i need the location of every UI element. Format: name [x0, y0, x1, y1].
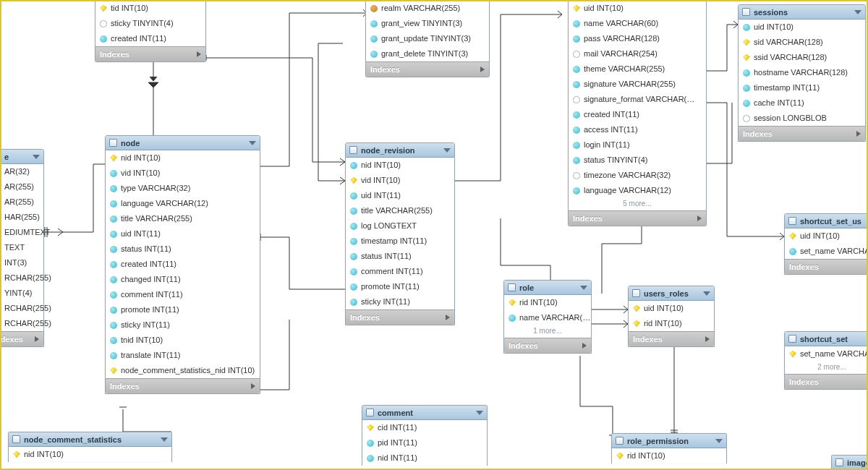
table-header[interactable]: node_revision	[346, 143, 454, 158]
table-header[interactable]: role	[504, 281, 591, 295]
table-header[interactable]: e	[0, 150, 43, 164]
column-row[interactable]: name VARCHAR(…	[504, 310, 591, 325]
column-row[interactable]: grant_view TINYINT(3)	[366, 16, 489, 31]
column-row[interactable]: status INT(11)	[346, 249, 454, 264]
column-row[interactable]: pass VARCHAR(128)	[569, 31, 706, 46]
column-row[interactable]: grant_update TINYINT(3)	[366, 31, 489, 46]
column-row[interactable]: nid INT(10)	[106, 150, 260, 166]
column-row[interactable]: uid INT(11)	[346, 188, 454, 203]
column-row[interactable]: created INT(11)	[106, 257, 260, 272]
table-comment[interactable]: comment cid INT(11)pid INT(11)nid INT(11…	[362, 405, 488, 466]
column-row[interactable]: HAR(255)	[0, 210, 43, 225]
column-row[interactable]: grant_delete TINYINT(3)	[366, 46, 489, 61]
table-node-access-partial[interactable]: realm VARCHAR(255)grant_view TINYINT(3)g…	[365, 1, 490, 77]
column-row[interactable]: signature_format VARCHAR(…	[569, 92, 706, 107]
indexes-row[interactable]: Indexes	[785, 374, 868, 389]
column-row[interactable]: title VARCHAR(255)	[106, 211, 260, 226]
table-users-partial[interactable]: uid INT(10)name VARCHAR(60)pass VARCHAR(…	[568, 1, 707, 226]
column-row[interactable]: nid INT(11)	[362, 450, 487, 466]
column-row[interactable]: sticky TINYINT(4)	[95, 16, 205, 31]
column-row[interactable]: status TINYINT(4)	[569, 153, 706, 168]
column-row[interactable]: language VARCHAR(12)	[569, 183, 706, 198]
column-row[interactable]: session LONGBLOB	[739, 111, 865, 126]
indexes-row[interactable]: Indexes	[629, 331, 714, 346]
column-row[interactable]: uid INT(10)	[739, 20, 865, 35]
column-row[interactable]: set_name VARCHA	[785, 346, 868, 362]
column-row[interactable]: AR(255)	[0, 179, 43, 195]
column-row[interactable]: translate INT(11)	[106, 348, 260, 363]
column-row[interactable]: promote INT(11)	[346, 279, 454, 294]
table-shortcut-set-users[interactable]: shortcut_set_us uid INT(10)set_name VARC…	[784, 213, 868, 275]
column-row[interactable]: created INT(11)	[569, 107, 706, 122]
indexes-row[interactable]: Indexes	[95, 46, 205, 61]
column-row[interactable]: YINT(4)	[0, 286, 43, 301]
column-row[interactable]: timezone VARCHAR(32)	[569, 168, 706, 183]
column-row[interactable]: changed INT(11)	[106, 272, 260, 287]
column-row[interactable]: theme VARCHAR(255)	[569, 61, 706, 77]
column-row[interactable]: rid INT(10)	[629, 316, 714, 331]
column-row[interactable]: mail VARCHAR(254)	[569, 46, 706, 61]
table-users-roles[interactable]: users_roles uid INT(10)rid INT(10) Index…	[628, 286, 715, 347]
table-header[interactable]: comment	[362, 406, 487, 420]
column-row[interactable]: rid INT(10)	[504, 295, 591, 310]
column-row[interactable]: sticky INT(11)	[106, 317, 260, 333]
column-row[interactable]: tnid INT(10)	[106, 333, 260, 348]
table-node-comment-statistics[interactable]: node_comment_statistics nid INT(10)	[8, 432, 172, 462]
column-row[interactable]: sticky INT(11)	[346, 294, 454, 309]
table-header[interactable]: shortcut_set_us	[785, 214, 868, 228]
column-row[interactable]: login INT(11)	[569, 137, 706, 153]
table-header[interactable]: users_roles	[629, 286, 714, 301]
indexes-row[interactable]: Indexes	[106, 378, 260, 393]
column-row[interactable]: vid INT(10)	[346, 173, 454, 188]
column-row[interactable]: sid VARCHAR(128)	[739, 35, 865, 50]
column-row[interactable]: node_comment_statistics_nid INT(10)	[106, 363, 260, 378]
column-row[interactable]: cache INT(11)	[739, 95, 865, 111]
column-row[interactable]: realm VARCHAR(255)	[366, 1, 489, 16]
column-row[interactable]: nid INT(10)	[346, 158, 454, 173]
indexes-row[interactable]: Indexes	[569, 210, 706, 226]
column-row[interactable]: ssid VARCHAR(128)	[739, 50, 865, 65]
column-row[interactable]: rid INT(10)	[612, 448, 726, 463]
column-row[interactable]: RCHAR(255)	[0, 301, 43, 316]
column-row[interactable]: timestamp INT(11)	[739, 80, 865, 95]
column-row[interactable]: RCHAR(255)	[0, 316, 43, 331]
column-row[interactable]: type VARCHAR(32)	[106, 181, 260, 196]
column-row[interactable]: uid INT(10)	[785, 228, 868, 244]
column-row[interactable]: tid INT(10)	[95, 1, 205, 16]
column-row[interactable]: uid INT(10)	[569, 1, 706, 16]
column-row[interactable]: uid INT(11)	[106, 226, 260, 242]
table-partial-top-left[interactable]: tid INT(10)sticky TINYINT(4)created INT(…	[95, 1, 206, 62]
indexes-row[interactable]: Indexes	[346, 309, 454, 325]
table-role[interactable]: role rid INT(10)name VARCHAR(… 1 more...…	[503, 280, 592, 354]
table-header[interactable]: role_permission	[612, 434, 726, 448]
column-row[interactable]: signature VARCHAR(255)	[569, 77, 706, 92]
column-row[interactable]: cid INT(11)	[362, 420, 487, 435]
table-node-revision[interactable]: node_revision nid INT(10)vid INT(10)uid …	[345, 142, 455, 325]
column-row[interactable]: created INT(11)	[95, 31, 205, 46]
table-shortcut-set[interactable]: shortcut_set set_name VARCHA 2 more... I…	[784, 331, 868, 390]
column-row[interactable]: comment INT(11)	[346, 264, 454, 279]
column-row[interactable]: TEXT	[0, 240, 43, 255]
column-row[interactable]: EDIUMTEXT	[0, 225, 43, 240]
column-row[interactable]: access INT(11)	[569, 122, 706, 137]
column-row[interactable]: AR(32)	[0, 164, 43, 179]
column-row[interactable]: title VARCHAR(255)	[346, 203, 454, 218]
er-diagram-canvas[interactable]: tid INT(10)sticky TINYINT(4)created INT(…	[0, 0, 868, 470]
indexes-row[interactable]: Indexes	[739, 126, 865, 141]
table-header[interactable]: shortcut_set	[785, 332, 868, 346]
table-header[interactable]: node	[106, 136, 260, 150]
column-row[interactable]: status INT(11)	[106, 242, 260, 257]
column-row[interactable]: language VARCHAR(12)	[106, 196, 260, 211]
column-row[interactable]: uid INT(10)	[629, 301, 714, 316]
table-header[interactable]: image_	[832, 456, 868, 470]
column-row[interactable]: AR(255)	[0, 195, 43, 210]
column-row[interactable]: pid INT(11)	[362, 435, 487, 450]
column-row[interactable]: comment INT(11)	[106, 287, 260, 302]
table-image-partial[interactable]: image_	[831, 455, 868, 470]
indexes-row[interactable]: Indexes	[785, 259, 868, 274]
table-partial-left[interactable]: e AR(32)AR(255)AR(255)HAR(255)EDIUMTEXTT…	[0, 149, 44, 347]
table-node[interactable]: node nid INT(10)vid INT(10)type VARCHAR(…	[105, 135, 260, 394]
table-role-permission[interactable]: role_permission rid INT(10)	[611, 433, 727, 463]
column-row[interactable]: nid INT(10)	[9, 447, 171, 462]
column-row[interactable]: RCHAR(255)	[0, 270, 43, 286]
